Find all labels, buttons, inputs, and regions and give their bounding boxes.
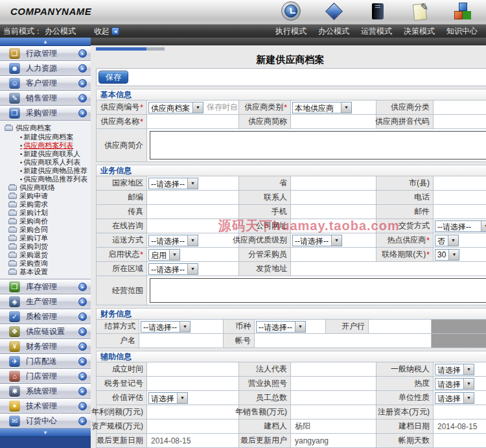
sidebar-item-供应链设置[interactable]: ❖供应链设置▸ — [0, 324, 91, 339]
cubes-icon[interactable] — [452, 1, 472, 21]
textarea-input[interactable] — [150, 131, 486, 159]
select-dropdown[interactable]: 请选择▼ — [435, 364, 474, 375]
chevron-right-icon: ▸ — [78, 283, 87, 291]
submenu-link[interactable]: •新建供应商档案 — [5, 133, 91, 141]
field-label: 年利润额(万元) — [97, 405, 147, 419]
page-title: 新建供应商档案 — [96, 51, 485, 68]
select-dropdown[interactable]: --请选择--▼ — [256, 321, 306, 333]
sidebar-item-人力资源[interactable]: ☻人力资源▸ — [0, 61, 91, 76]
select-dropdown[interactable]: 否▼ — [435, 235, 459, 246]
diamond-icon[interactable] — [324, 1, 343, 21]
sidebar-item-销售管理[interactable]: ✎销售管理▸ — [0, 91, 91, 106]
text-input[interactable] — [148, 421, 237, 432]
book-icon[interactable] — [367, 1, 386, 21]
select-dropdown[interactable]: --请选择--▼ — [435, 220, 486, 232]
text-input[interactable] — [256, 335, 430, 347]
text-input[interactable] — [148, 364, 237, 375]
submenu-folder-基本设置[interactable]: 基本设置 — [5, 268, 91, 276]
text-input[interactable] — [292, 407, 375, 418]
mode-tab[interactable]: 决策模式 — [398, 26, 441, 37]
text-input[interactable] — [292, 392, 375, 404]
sidebar-scroll-down[interactable]: ▼ — [0, 429, 91, 437]
mode-tab[interactable]: 知识中心 — [441, 26, 483, 37]
sidebar-item-生产管理[interactable]: ◈生产管理▸ — [0, 294, 91, 309]
text-input[interactable] — [292, 249, 375, 261]
text-input[interactable] — [292, 220, 375, 232]
submenu-link[interactable]: •新建供应商物品推荐 — [5, 167, 91, 175]
mode-tab[interactable]: 办公模式 — [312, 26, 355, 37]
mode-tab[interactable]: 执行模式 — [270, 26, 312, 37]
text-input[interactable] — [435, 178, 486, 189]
text-input[interactable] — [435, 192, 486, 204]
sidebar-item-行政管理[interactable]: ❏行政管理▸ — [0, 46, 91, 61]
sidebar-item-系统管理[interactable]: ✱系统管理▸ — [0, 384, 91, 399]
text-input[interactable] — [435, 102, 486, 113]
sidebar-item-采购管理[interactable]: ❐采购管理▾ — [0, 106, 91, 121]
text-input[interactable] — [292, 192, 375, 204]
mode-tab[interactable]: 运营模式 — [355, 26, 398, 37]
clock-icon[interactable] — [281, 1, 301, 21]
field-label: 注册资本(万元) — [376, 405, 434, 419]
collapse-sidebar-button[interactable]: 收起 ◂ — [94, 26, 119, 37]
select-dropdown[interactable]: --请选择--▼ — [148, 178, 198, 189]
field-label-text: 公司网址 — [256, 220, 287, 231]
sidebar-scroll-up[interactable]: ▲ — [0, 38, 91, 46]
select-dropdown[interactable]: 请选择▼ — [435, 392, 474, 404]
select-dropdown[interactable]: --请选择--▼ — [148, 235, 198, 246]
tab-strip — [96, 45, 486, 51]
text-input[interactable] — [370, 321, 430, 333]
text-input[interactable] — [435, 435, 486, 447]
sidebar-item-质检管理[interactable]: ✓质检管理▸ — [0, 309, 91, 324]
text-input[interactable] — [292, 263, 486, 275]
select-dropdown[interactable]: 启用▼ — [148, 249, 180, 261]
text-input[interactable] — [292, 116, 375, 128]
select-dropdown[interactable]: --请选择--▼ — [141, 321, 191, 333]
inactive-tab-bar[interactable] — [146, 47, 165, 51]
text-input[interactable] — [148, 407, 237, 418]
select-dropdown[interactable]: 请选择▼ — [148, 392, 188, 404]
active-tab-bar[interactable] — [96, 47, 146, 51]
text-input[interactable] — [141, 335, 222, 347]
text-input[interactable] — [292, 364, 375, 375]
text-input[interactable] — [148, 116, 237, 128]
select-value: 请选择 — [435, 393, 463, 403]
text-input[interactable] — [435, 206, 486, 218]
text-input[interactable] — [292, 178, 375, 189]
store-icon: ⌂ — [9, 371, 20, 382]
field-label: 价值评估 — [97, 391, 147, 405]
sidebar-item-门店配送[interactable]: ✈门店配送▸ — [0, 354, 91, 369]
sidebar-item-订货中心[interactable]: ✉订货中心▸ — [0, 414, 91, 429]
text-input[interactable] — [292, 206, 375, 218]
select-dropdown[interactable]: 30▼ — [435, 249, 459, 261]
text-input[interactable] — [148, 206, 237, 218]
textarea-input[interactable] — [150, 278, 486, 303]
sidebar-item-技术管理[interactable]: ✦技术管理▸ — [0, 399, 91, 414]
submenu-link[interactable]: •新建供应商联系人 — [5, 150, 91, 158]
select-value: --请选择-- — [435, 221, 481, 231]
field-cell — [147, 419, 239, 434]
text-input[interactable] — [435, 116, 486, 128]
select-dropdown[interactable]: --请选择--▼ — [148, 263, 198, 275]
save-button[interactable]: 保存 — [98, 71, 128, 84]
submenu-group-supplier-archive[interactable]: 供应商档案 — [5, 123, 91, 133]
text-input[interactable] — [292, 378, 375, 390]
text-input[interactable] — [148, 378, 237, 390]
field-label: 热点供应商* — [376, 233, 434, 248]
select-dropdown[interactable]: 供应商档案▼ — [148, 102, 203, 113]
select-value: 请选择 — [435, 379, 463, 389]
submenu-link[interactable]: •供应商联系人列表 — [5, 158, 91, 167]
sidebar-item-门店管理[interactable]: ⌂门店管理▸ — [0, 369, 91, 384]
select-dropdown[interactable]: 本地供应商▼ — [292, 102, 352, 113]
field-label: 联系人 — [239, 191, 291, 205]
select-dropdown[interactable]: --请选择--▼ — [292, 235, 342, 246]
text-input[interactable] — [148, 220, 237, 232]
notepad-icon[interactable] — [410, 1, 429, 21]
field-label: 户名 — [97, 334, 139, 348]
text-input[interactable] — [435, 407, 486, 418]
select-dropdown[interactable]: 请选择▼ — [435, 378, 474, 390]
submenu-link-active[interactable]: •供应商档案列表 — [5, 141, 91, 150]
text-input[interactable] — [148, 192, 237, 204]
sidebar-item-客户管理[interactable]: ☺客户管理▸ — [0, 76, 91, 91]
sidebar-item-库存管理[interactable]: ❒库存管理▸ — [0, 279, 91, 294]
sidebar-item-财务管理[interactable]: ¥财务管理▸ — [0, 339, 91, 354]
